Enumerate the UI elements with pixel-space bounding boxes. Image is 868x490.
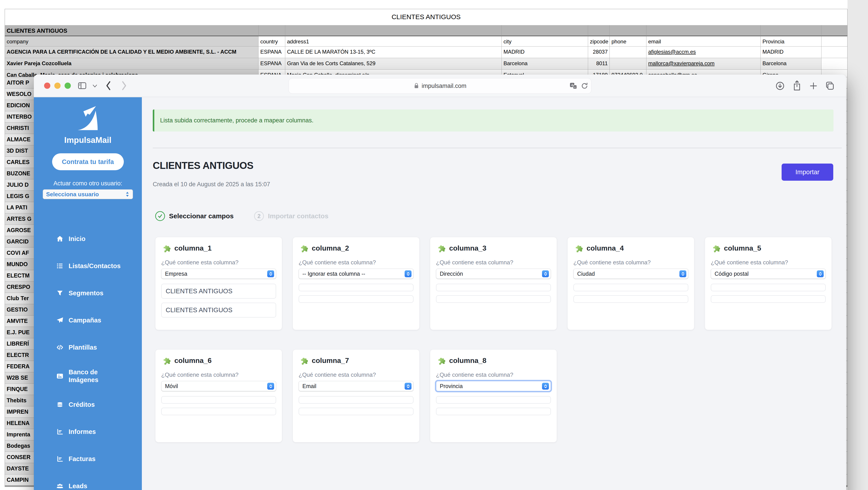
sidebar-nav-item[interactable]: Segmentos — [34, 280, 142, 307]
sheet-cell-city: MADRID — [502, 46, 588, 58]
column-mapping-value: Email — [302, 383, 316, 389]
chevron-down-icon[interactable] — [92, 84, 97, 88]
sheet-print-title: CLIENTES ANTIGUOS — [5, 9, 847, 25]
column-question: ¿Qué contiene esta columna? — [299, 259, 413, 266]
sample-value — [299, 284, 413, 291]
column-mapping-select[interactable]: Provincia — [436, 381, 551, 391]
column-question: ¿Qué contiene esta columna? — [436, 259, 551, 266]
user-select[interactable]: Selecciona usuario — [43, 189, 133, 199]
coins-icon — [56, 401, 64, 408]
sidebar-nav-item[interactable]: Créditos — [34, 391, 142, 418]
sidebar-toggle-icon[interactable] — [78, 81, 87, 90]
sidebar-nav: Inicio Listas/Contactos Segmentos — [34, 225, 142, 490]
zoom-window-button[interactable] — [65, 83, 71, 89]
sheet-cell-company: Xavier Pareja Cozcolluela — [5, 58, 258, 70]
column-mapping-select[interactable]: -- Ignorar esta columna -- — [299, 269, 413, 279]
sidebar-nav-item[interactable]: Inicio — [34, 225, 142, 252]
home-icon — [56, 235, 64, 242]
column-mapping-select[interactable]: Empresa — [161, 269, 276, 279]
column-card: columna_4 ¿Qué contiene esta columna? Ci… — [567, 237, 694, 330]
column-mapping-value: Ciudad — [577, 270, 595, 277]
report-icon — [56, 455, 64, 463]
column-mapping-select[interactable]: Móvil — [161, 381, 276, 391]
report-icon — [56, 428, 64, 435]
sheet-cell-address: Gran Via de les Corts Catalanes, 529 — [285, 58, 502, 70]
select-stepper-icon — [405, 270, 411, 277]
screen: CLIENTES ANTIGUOS CLIENTES ANTIGUOS comp… — [0, 0, 868, 490]
translate-icon[interactable]: Ax — [569, 82, 578, 90]
column-card-title: columna_4 — [587, 244, 624, 252]
select-stepper-icon — [405, 383, 411, 390]
sample-value — [436, 408, 551, 415]
sheet-cell-provincia: Barcelona — [761, 58, 822, 70]
column-question: ¿Qué contiene esta columna? — [711, 259, 826, 266]
column-mapping-value: -- Ignorar esta columna -- — [302, 270, 365, 277]
sheet-cell-provincia: MADRID — [761, 46, 822, 58]
import-button[interactable]: Importar — [782, 164, 833, 181]
sidebar-nav-item[interactable]: Listas/Contactos — [34, 252, 142, 280]
contract-plan-button[interactable]: Contrata tu tarifa — [52, 153, 124, 170]
reload-icon[interactable] — [581, 82, 588, 90]
sheet-cell-phone — [610, 46, 646, 58]
code-icon — [56, 344, 64, 351]
impersonate-label: Actuar como otro usuario: — [34, 180, 142, 187]
plane-icon — [56, 317, 64, 324]
sidebar-nav-item[interactable]: Facturas — [34, 445, 142, 472]
sidebar-nav-item[interactable]: Banco de Imágenes — [34, 361, 142, 391]
main-content: Lista subida correctamente, procede a ma… — [142, 97, 846, 490]
puzzle-icon — [436, 355, 446, 366]
sheet-cell-email: afiglesias@accm.es — [646, 46, 761, 58]
sheet-banner-row: CLIENTES ANTIGUOS — [5, 25, 847, 36]
sample-values — [574, 284, 688, 303]
new-tab-icon[interactable] — [809, 82, 818, 90]
column-mapping-select[interactable]: Código postal — [711, 269, 826, 279]
sidebar-nav-item[interactable]: Campañas — [34, 307, 142, 334]
column-question: ¿Qué contiene esta columna? — [161, 259, 276, 266]
browser-titlebar: impulsamail.com Ax — [34, 74, 846, 97]
sheet-data-row: Xavier Pareja Cozcolluela ESPANA Gran Vi… — [5, 58, 847, 70]
user-select-value: Selecciona usuario — [46, 191, 125, 198]
image-icon — [56, 372, 64, 380]
column-mapping-select[interactable]: Dirección — [436, 269, 551, 279]
sample-values — [436, 396, 551, 415]
sheet-col-header: Provincia — [761, 36, 822, 46]
sheet-cell-country: ESPANA — [258, 46, 285, 58]
funnel-icon — [56, 289, 64, 297]
tab-overview-icon[interactable] — [825, 81, 835, 91]
share-icon[interactable] — [792, 80, 802, 92]
column-card-title: columna_7 — [312, 357, 349, 365]
sample-values — [161, 396, 276, 415]
puzzle-icon — [161, 243, 172, 253]
step-done-icon — [155, 211, 165, 221]
sample-values: CLIENTES ANTIGUOS CLIENTES ANTIGUOS — [161, 284, 276, 318]
column-mapping-select[interactable]: Email — [299, 381, 413, 391]
column-mapping-value: Empresa — [165, 270, 187, 277]
column-mapping-select[interactable]: Ciudad — [574, 269, 688, 279]
sidebar-nav-item[interactable]: Plantillas — [34, 334, 142, 361]
sidebar-nav-item[interactable]: Leads — [34, 472, 142, 490]
downloads-icon[interactable] — [775, 81, 785, 91]
sample-value — [574, 295, 688, 303]
column-question: ¿Qué contiene esta columna? — [161, 371, 276, 378]
column-mapping-value: Dirección — [440, 270, 463, 277]
steps: Seleccionar campos 2 Importar contactos — [155, 211, 329, 221]
sidebar-nav-item[interactable]: Informes — [34, 418, 142, 445]
sample-value — [161, 396, 276, 404]
page-subtitle: Creada el 10 de August de 2025 a las 15:… — [153, 181, 270, 188]
back-icon[interactable] — [105, 80, 111, 91]
url-text: impulsamail.com — [422, 83, 466, 90]
sheet-cell-zipcode: 28037 — [588, 46, 610, 58]
sample-values — [711, 284, 826, 303]
forward-icon[interactable] — [121, 80, 128, 91]
step-number: 2 — [254, 211, 264, 221]
select-stepper-icon — [817, 270, 824, 277]
column-question: ¿Qué contiene esta columna? — [299, 371, 413, 378]
column-card: columna_2 ¿Qué contiene esta columna? --… — [292, 237, 420, 330]
users-icon — [56, 482, 64, 490]
column-card: columna_8 ¿Qué contiene esta columna? Pr… — [430, 349, 557, 443]
address-bar[interactable]: impulsamail.com Ax — [288, 78, 591, 94]
sample-value: CLIENTES ANTIGUOS — [161, 284, 276, 299]
minimize-window-button[interactable] — [54, 83, 61, 89]
impulsamail-logo-icon — [74, 105, 102, 133]
close-window-button[interactable] — [44, 83, 50, 89]
